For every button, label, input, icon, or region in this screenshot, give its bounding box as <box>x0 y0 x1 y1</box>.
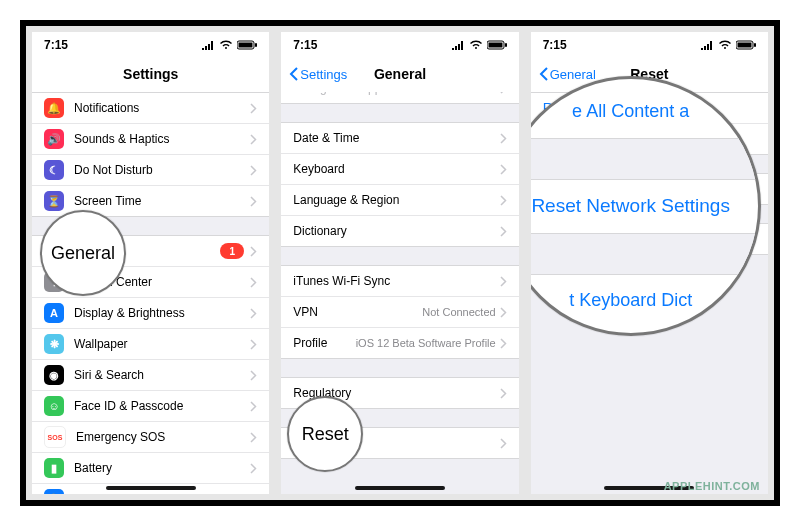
screenshot-general: 7:15 Settings General Background App Ref… <box>281 32 518 494</box>
chevron-right-icon <box>500 338 507 349</box>
row-battery[interactable]: ▮Battery <box>32 453 269 484</box>
wallpaper-icon: ❋ <box>44 334 64 354</box>
screenshot-settings-root: 7:15 Settings 🔔Notifications 🔊Sounds & H… <box>32 32 269 494</box>
chevron-right-icon <box>250 463 257 474</box>
wifi-icon <box>469 40 483 50</box>
dnd-icon: ☾ <box>44 160 64 180</box>
chevron-right-icon <box>500 133 507 144</box>
display-icon: A <box>44 303 64 323</box>
sos-icon: SOS <box>44 426 66 448</box>
privacy-icon: ✋ <box>44 489 64 494</box>
svg-rect-7 <box>737 43 751 48</box>
row-date-time[interactable]: Date & Time <box>281 123 518 154</box>
signal-icon <box>700 40 714 50</box>
row-itunes-sync[interactable]: iTunes Wi-Fi Sync <box>281 266 518 297</box>
back-button[interactable]: General <box>539 67 596 82</box>
signal-icon <box>451 40 465 50</box>
signal-icon <box>201 40 215 50</box>
chevron-right-icon <box>250 494 257 495</box>
faceid-icon: ☺ <box>44 396 64 416</box>
chevron-right-icon <box>250 246 257 257</box>
row-language[interactable]: Language & Region <box>281 185 518 216</box>
chevron-right-icon <box>500 226 507 237</box>
page-title: Settings <box>123 66 178 82</box>
wifi-icon <box>219 40 233 50</box>
wifi-icon <box>718 40 732 50</box>
chevron-right-icon <box>250 370 257 381</box>
chevron-right-icon <box>500 195 507 206</box>
chevron-right-icon <box>500 388 507 399</box>
svg-rect-4 <box>488 43 502 48</box>
svg-rect-8 <box>754 43 756 47</box>
row-bg-refresh[interactable]: Background App Refresh <box>281 92 518 103</box>
battery-settings-icon: ▮ <box>44 458 64 478</box>
chevron-right-icon <box>250 196 257 207</box>
row-vpn[interactable]: VPNNot Connected <box>281 297 518 328</box>
chevron-right-icon <box>250 103 257 114</box>
row-display[interactable]: ADisplay & Brightness <box>32 298 269 329</box>
chevron-right-icon <box>500 307 507 318</box>
magnifier-reset: Reset <box>287 396 363 472</box>
watermark: APPLEHINT.COM <box>664 480 760 492</box>
svg-rect-5 <box>505 43 507 47</box>
siri-icon: ◉ <box>44 365 64 385</box>
back-button[interactable]: Settings <box>289 67 347 82</box>
chevron-right-icon <box>250 339 257 350</box>
row-faceid[interactable]: ☺Face ID & Passcode <box>32 391 269 422</box>
row-profile[interactable]: ProfileiOS 12 Beta Software Profile <box>281 328 518 358</box>
profile-value: iOS 12 Beta Software Profile <box>356 337 496 349</box>
chevron-right-icon <box>250 432 257 443</box>
status-bar: 7:15 <box>32 32 269 56</box>
row-sounds[interactable]: 🔊Sounds & Haptics <box>32 124 269 155</box>
navbar: Settings General <box>281 56 518 93</box>
update-badge: 1 <box>220 243 244 259</box>
svg-rect-2 <box>255 43 257 47</box>
row-siri[interactable]: ◉Siri & Search <box>32 360 269 391</box>
row-dictionary[interactable]: Dictionary <box>281 216 518 246</box>
vpn-status: Not Connected <box>422 306 495 318</box>
screenshot-reset: 7:15 General Reset Reset All Settings Er… <box>531 32 768 494</box>
battery-icon <box>736 40 756 50</box>
status-bar: 7:15 <box>281 32 518 56</box>
home-indicator <box>106 486 196 490</box>
navbar: Settings <box>32 56 269 93</box>
chevron-right-icon <box>250 134 257 145</box>
sounds-icon: 🔊 <box>44 129 64 149</box>
chevron-right-icon <box>250 277 257 288</box>
chevron-right-icon <box>500 276 507 287</box>
row-wallpaper[interactable]: ❋Wallpaper <box>32 329 269 360</box>
notifications-icon: 🔔 <box>44 98 64 118</box>
status-time: 7:15 <box>543 38 567 52</box>
chevron-right-icon <box>500 438 507 449</box>
home-indicator <box>355 486 445 490</box>
magnifier-general: General <box>40 210 126 296</box>
chevron-right-icon <box>250 165 257 176</box>
battery-icon <box>487 40 507 50</box>
mag-reset-network-label: Reset Network Settings <box>531 195 758 217</box>
row-dnd[interactable]: ☾Do Not Disturb <box>32 155 269 186</box>
svg-rect-1 <box>239 43 253 48</box>
row-notifications[interactable]: 🔔Notifications <box>32 93 269 124</box>
row-sos[interactable]: SOSEmergency SOS <box>32 422 269 453</box>
row-keyboard[interactable]: Keyboard <box>281 154 518 185</box>
status-bar: 7:15 <box>531 32 768 56</box>
chevron-right-icon <box>250 308 257 319</box>
chevron-right-icon <box>250 401 257 412</box>
screentime-icon: ⏳ <box>44 191 64 211</box>
battery-icon <box>237 40 257 50</box>
status-time: 7:15 <box>293 38 317 52</box>
chevron-right-icon <box>500 164 507 175</box>
status-time: 7:15 <box>44 38 68 52</box>
page-title: General <box>374 66 426 82</box>
chevron-right-icon <box>500 92 507 94</box>
